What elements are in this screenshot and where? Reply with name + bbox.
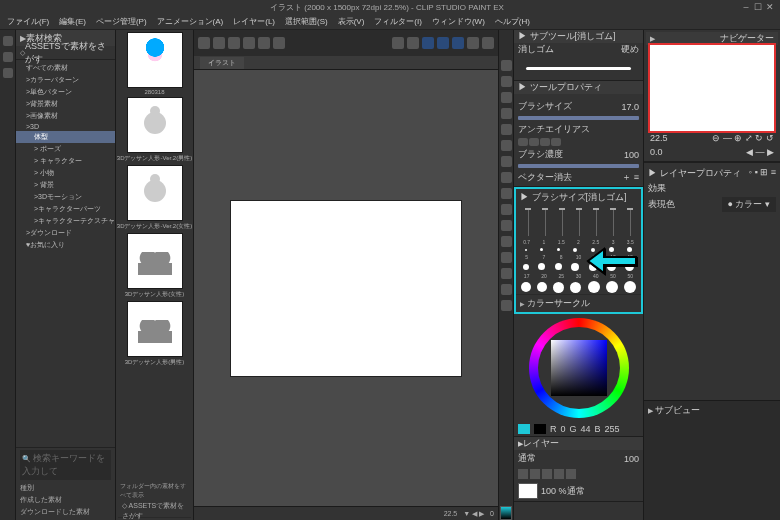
tool-icon[interactable]: [501, 140, 512, 151]
subtool-panel: ▶ サブツール[消しゴム] 消しゴム硬め: [514, 30, 643, 81]
tree-item[interactable]: ♥お気に入り: [16, 239, 115, 251]
menu-view[interactable]: 表示(V): [335, 16, 368, 27]
search-input[interactable]: 🔍 検索キーワードを入力して: [20, 450, 111, 480]
tree-item[interactable]: >画像素材: [16, 110, 115, 122]
colorcircle-panel: R0 G44 B255: [514, 314, 643, 437]
tree-item[interactable]: 体型: [16, 131, 115, 143]
material-thumb[interactable]: 3Dデッサン人形-Ver.2(男性): [118, 97, 191, 163]
menu-anim[interactable]: アニメーション(A): [154, 16, 227, 27]
tool-icon[interactable]: [501, 172, 512, 183]
brushsize-slider[interactable]: [518, 116, 639, 120]
layerprop-panel: ▶ レイヤープロパティ◦ ▪ ⊞ ≡ 効果 表現色● カラー ▾: [644, 162, 780, 216]
menu-help[interactable]: ヘルプ(H): [492, 16, 533, 27]
top-toolbar: [194, 30, 498, 56]
toolbar-icon[interactable]: [228, 37, 240, 49]
tree-item[interactable]: > ポーズ: [16, 143, 115, 155]
tree-item[interactable]: >キャラクターパーツ: [16, 203, 115, 215]
tree-item[interactable]: >単色パターン: [16, 86, 115, 98]
toolproperty-panel: ▶ ツールプロパティ ブラシサイズ17.0 アンチエイリアス ブラシ濃度100 …: [514, 81, 643, 187]
tree-item[interactable]: >キャラクターテクスチャ: [16, 215, 115, 227]
material-sidebar: ▶ 素材検索 ◇ ASSETSで素材をさがす すべての素材>カラーパターン>単色…: [16, 30, 116, 520]
kind-downloaded[interactable]: ダウンロードした素材: [20, 506, 111, 518]
bg-chip[interactable]: [534, 424, 546, 434]
tool-icon[interactable]: [501, 60, 512, 71]
tool-icon[interactable]: [501, 108, 512, 119]
menu-page[interactable]: ページ管理(P): [93, 16, 150, 27]
tree-item[interactable]: > 小物: [16, 167, 115, 179]
rightmost-panels: ▶ ナビゲーター 22.5⊖ — ⊕ ⤢ ↻ ↺ 0.0◀ — ▶ ▶ レイヤー…: [644, 30, 780, 520]
toolbar-icon[interactable]: [467, 37, 479, 49]
toolbar-icon[interactable]: [273, 37, 285, 49]
material-thumb[interactable]: 280318: [118, 32, 191, 95]
tool-icon[interactable]: [501, 300, 512, 311]
tree-item[interactable]: > 背景: [16, 179, 115, 191]
assets-search[interactable]: ◇ ASSETSで素材をさがす: [16, 46, 115, 60]
tool-icon[interactable]: [3, 36, 13, 46]
color-square[interactable]: [551, 340, 607, 396]
toolbar-icon[interactable]: [213, 37, 225, 49]
density-slider[interactable]: [518, 164, 639, 168]
canvas[interactable]: [231, 201, 461, 376]
layer-thumb: [518, 483, 538, 499]
menu-file[interactable]: ファイル(F): [4, 16, 52, 27]
canvas-tab[interactable]: イラスト: [200, 57, 244, 69]
layer-row[interactable]: 100 %通常: [514, 481, 643, 501]
tool-icon[interactable]: [501, 284, 512, 295]
tool-icon[interactable]: [501, 252, 512, 263]
toolbar-icon[interactable]: [452, 37, 464, 49]
toolbar-icon[interactable]: [437, 37, 449, 49]
annotation-arrow-icon: [584, 245, 640, 279]
menu-filter[interactable]: フィルター(I): [371, 16, 425, 27]
tool-icon[interactable]: [3, 68, 13, 78]
tool-icon[interactable]: [501, 188, 512, 199]
toolbar-icon[interactable]: [482, 37, 494, 49]
kind-created[interactable]: 作成した素材: [20, 494, 111, 506]
expression-select[interactable]: ● カラー ▾: [722, 197, 776, 212]
color-wheel[interactable]: [529, 318, 629, 418]
tool-icon[interactable]: [501, 124, 512, 135]
material-thumb[interactable]: 3Dデッサン人形-Ver.2(女性): [118, 165, 191, 231]
tree-item[interactable]: >カラーパターン: [16, 74, 115, 86]
toolbar-icon[interactable]: [243, 37, 255, 49]
tree-item[interactable]: >3Dモーション: [16, 191, 115, 203]
material-tree: すべての素材>カラーパターン>単色パターン>背景素材>画像素材>3D 体型 > …: [16, 60, 115, 447]
tree-item[interactable]: >ダウンロード: [16, 227, 115, 239]
menu-layer[interactable]: レイヤー(L): [230, 16, 278, 27]
material-thumbs: 2803183Dデッサン人形-Ver.2(男性)3Dデッサン人形-Ver.2(女…: [116, 30, 194, 520]
tool-icon[interactable]: [3, 52, 13, 62]
toolbar-icon[interactable]: [198, 37, 210, 49]
toolbar-icon[interactable]: [422, 37, 434, 49]
fg-chip[interactable]: [518, 424, 530, 434]
tool-palette: [498, 30, 514, 520]
left-toolstrip: [0, 30, 16, 520]
close-button[interactable]: ✕: [764, 2, 776, 12]
minimize-button[interactable]: –: [740, 2, 752, 12]
toolbar-icon[interactable]: [392, 37, 404, 49]
menubar: ファイル(F) 編集(E) ページ管理(P) アニメーション(A) レイヤー(L…: [0, 14, 780, 30]
material-thumb[interactable]: 3Dデッサン人形(男性): [118, 301, 191, 367]
tool-icon[interactable]: [501, 236, 512, 247]
menu-edit[interactable]: 編集(E): [56, 16, 89, 27]
toolbar-icon[interactable]: [258, 37, 270, 49]
tree-item[interactable]: > キャラクター: [16, 155, 115, 167]
canvas-viewport[interactable]: [194, 70, 498, 506]
tool-icon[interactable]: [501, 220, 512, 231]
canvas-area: イラスト 22.5▼ ◀ ▶0: [194, 30, 498, 520]
tree-item[interactable]: >3D: [16, 122, 115, 131]
tool-icon[interactable]: [501, 156, 512, 167]
tool-icon[interactable]: [501, 204, 512, 215]
zoom-value: 22.5: [444, 510, 458, 517]
status-bar: 22.5▼ ◀ ▶0: [194, 506, 498, 520]
toolbar-icon[interactable]: [407, 37, 419, 49]
maximize-button[interactable]: ☐: [752, 2, 764, 12]
tool-icon[interactable]: [501, 92, 512, 103]
navigator-preview[interactable]: [650, 45, 774, 131]
tree-item[interactable]: >背景素材: [16, 98, 115, 110]
tool-icon[interactable]: [501, 76, 512, 87]
fgbg-color[interactable]: [500, 506, 512, 520]
menu-window[interactable]: ウィンドウ(W): [429, 16, 488, 27]
material-thumb[interactable]: 3Dデッサン人形(女性): [118, 233, 191, 299]
menu-select[interactable]: 選択範囲(S): [282, 16, 331, 27]
tree-item[interactable]: すべての素材: [16, 62, 115, 74]
tool-icon[interactable]: [501, 268, 512, 279]
